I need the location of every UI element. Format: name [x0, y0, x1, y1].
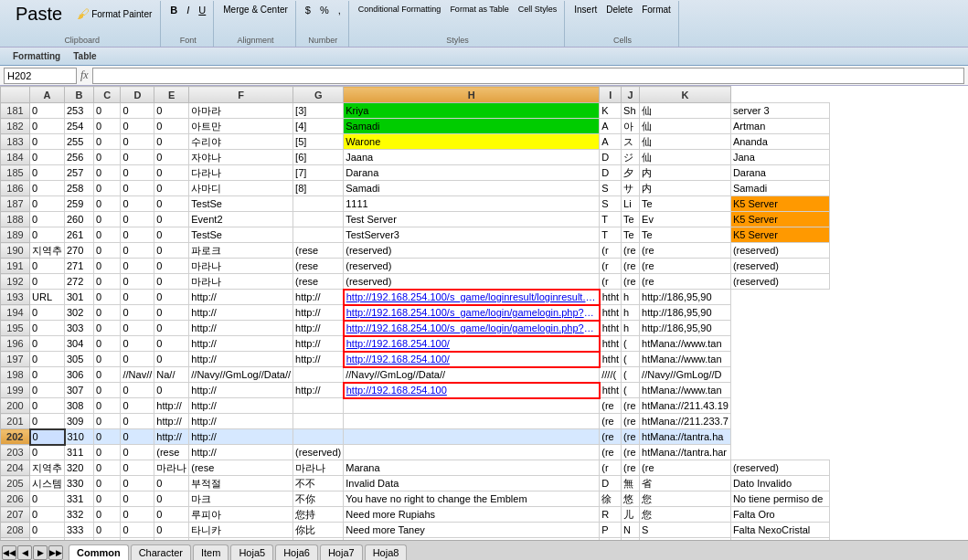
cell-20-7[interactable] — [344, 414, 600, 429]
cell-9-4[interactable]: 0 — [154, 243, 189, 259]
cell-3-7[interactable]: Jaana — [344, 150, 600, 165]
cell-13-2[interactable]: 0 — [94, 305, 121, 321]
cell-2-0[interactable]: 0 — [30, 134, 65, 150]
cell-10-0[interactable]: 0 — [30, 259, 65, 274]
col-header-K[interactable]: K — [640, 87, 731, 103]
row-header-184[interactable]: 184 — [1, 150, 30, 165]
sheet-nav-last[interactable]: ▶▶ — [48, 545, 63, 560]
cell-1-10[interactable]: 仙 — [640, 119, 731, 134]
cell-13-7[interactable]: http://192.168.254.100/s_game/login/game… — [344, 305, 600, 321]
cell-0-10[interactable]: 仙 — [640, 103, 731, 119]
cell-6-8[interactable]: S — [600, 196, 622, 212]
cell-21-10[interactable]: htMana://tantra.ha — [640, 429, 731, 445]
cell-11-2[interactable]: 0 — [94, 274, 121, 290]
cell-26-9[interactable]: 儿 — [622, 507, 640, 523]
cell-15-7[interactable]: http://192.168.254.100/ — [344, 336, 600, 352]
cell-2-6[interactable]: [5] — [293, 134, 344, 150]
cell-16-10[interactable]: htMana://www.tan — [640, 352, 731, 367]
cell-9-6[interactable]: (rese — [293, 243, 344, 259]
currency-button[interactable]: $ — [302, 3, 314, 17]
cell-25-5[interactable]: 마크 — [189, 491, 293, 507]
cell-22-9[interactable]: (re — [622, 445, 640, 460]
cell-5-1[interactable]: 258 — [65, 181, 94, 196]
col-header-I[interactable]: I — [600, 87, 622, 103]
tab-table[interactable]: Table — [68, 49, 101, 63]
cell-5-9[interactable]: サ — [622, 181, 640, 196]
cell-21-7[interactable] — [344, 429, 600, 445]
row-header-200[interactable]: 200 — [1, 398, 30, 414]
cell-3-8[interactable]: D — [600, 150, 622, 165]
cell-6-2[interactable]: 0 — [94, 196, 121, 212]
cell-20-4[interactable]: http:// — [154, 414, 189, 429]
tab-formatting[interactable]: Formatting — [7, 49, 66, 63]
cell-1-7[interactable]: Samadi — [344, 119, 600, 134]
cell-9-11[interactable]: (reserved) — [730, 243, 829, 259]
cell-23-2[interactable]: 0 — [94, 460, 121, 476]
cell-24-0[interactable]: 시스템 — [30, 476, 65, 491]
cell-22-4[interactable]: (rese — [154, 445, 189, 460]
cell-21-1[interactable]: 310 — [65, 429, 94, 445]
cell-14-6[interactable]: http:// — [293, 321, 344, 336]
cell-5-11[interactable]: Samadi — [730, 181, 829, 196]
row-header-201[interactable]: 201 — [1, 414, 30, 429]
cell-styles-button[interactable]: Cell Styles — [515, 3, 561, 16]
cell-8-3[interactable]: 0 — [121, 227, 154, 243]
cell-24-3[interactable]: 0 — [121, 476, 154, 491]
row-header-187[interactable]: 187 — [1, 196, 30, 212]
cell-27-4[interactable]: 0 — [154, 523, 189, 538]
cell-22-5[interactable]: http:// — [189, 445, 293, 460]
cell-19-0[interactable]: 0 — [30, 398, 65, 414]
cell-1-8[interactable]: A — [600, 119, 622, 134]
cell-18-2[interactable]: 0 — [94, 383, 121, 398]
cell-0-11[interactable]: server 3 — [730, 103, 829, 119]
cell-17-7[interactable]: //Navy//GmLog//Data// — [344, 367, 600, 383]
cell-13-5[interactable]: http:// — [189, 305, 293, 321]
italic-button[interactable]: I — [183, 3, 193, 17]
cell-7-10[interactable]: Ev — [640, 212, 731, 227]
cell-11-6[interactable]: (rese — [293, 274, 344, 290]
cell-6-10[interactable]: Te — [640, 196, 731, 212]
cell-20-5[interactable]: http:// — [189, 414, 293, 429]
cell-13-0[interactable]: 0 — [30, 305, 65, 321]
cell-18-3[interactable]: 0 — [121, 383, 154, 398]
cell-18-7[interactable]: http://192.168.254.100 — [344, 383, 600, 398]
cell-16-3[interactable]: 0 — [121, 352, 154, 367]
cell-24-10[interactable]: 省 — [640, 476, 731, 491]
col-header-A[interactable]: A — [30, 87, 65, 103]
cell-3-11[interactable]: Jana — [730, 150, 829, 165]
cell-20-9[interactable]: (re — [622, 414, 640, 429]
cell-22-7[interactable] — [344, 445, 600, 460]
row-header-204[interactable]: 204 — [1, 460, 30, 476]
cell-16-1[interactable]: 305 — [65, 352, 94, 367]
cell-20-10[interactable]: htMana://211.233.7 — [640, 414, 731, 429]
cell-19-8[interactable]: (re — [600, 398, 622, 414]
cell-26-11[interactable]: Falta Oro — [730, 507, 829, 523]
cell-11-11[interactable]: (reserved) — [730, 274, 829, 290]
cell-10-6[interactable]: (rese — [293, 259, 344, 274]
cell-10-10[interactable]: (re — [640, 259, 731, 274]
row-header-197[interactable]: 197 — [1, 352, 30, 367]
cell-27-0[interactable]: 0 — [30, 523, 65, 538]
cell-23-10[interactable]: (re — [640, 460, 731, 476]
col-header-D[interactable]: D — [121, 87, 154, 103]
cell-27-3[interactable]: 0 — [121, 523, 154, 538]
cell-24-7[interactable]: Invalid Data — [344, 476, 600, 491]
cell-4-2[interactable]: 0 — [94, 165, 121, 181]
name-box[interactable] — [4, 68, 77, 84]
sheet-tab-item[interactable]: Item — [193, 544, 229, 560]
cell-23-0[interactable]: 지역추 — [30, 460, 65, 476]
cell-17-8[interactable]: ////( — [600, 367, 622, 383]
cell-23-4[interactable]: 마라나 — [154, 460, 189, 476]
cell-3-6[interactable]: [6] — [293, 150, 344, 165]
cell-25-11[interactable]: No tiene permiso de — [730, 491, 829, 507]
cell-4-5[interactable]: 다라나 — [189, 165, 293, 181]
cell-19-2[interactable]: 0 — [94, 398, 121, 414]
cell-20-6[interactable] — [293, 414, 344, 429]
cell-16-5[interactable]: http:// — [189, 352, 293, 367]
cell-15-0[interactable]: 0 — [30, 336, 65, 352]
cell-12-2[interactable]: 0 — [94, 290, 121, 305]
cell-15-4[interactable]: 0 — [154, 336, 189, 352]
cell-21-4[interactable]: http:// — [154, 429, 189, 445]
row-header-206[interactable]: 206 — [1, 491, 30, 507]
cell-26-8[interactable]: R — [600, 507, 622, 523]
